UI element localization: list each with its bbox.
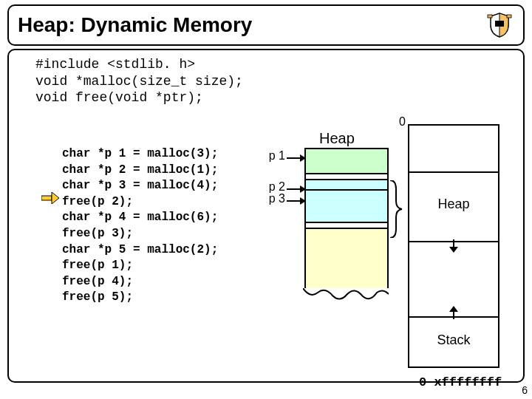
address-zero-label: 0 (399, 115, 406, 129)
ptr-p1-label: p 1 (256, 149, 285, 163)
mem-seg-stack: Stack (409, 318, 498, 368)
svg-rect-2 (507, 15, 511, 18)
memory-map-column: Heap Stack (408, 124, 499, 368)
svg-rect-3 (41, 196, 52, 200)
heap-diagram: 0 Heap p 1 p 2 p 3 (260, 124, 511, 368)
heap-gap (306, 223, 387, 229)
mem-seg-top (409, 126, 498, 173)
title-bar: Heap: Dynamic Memory (7, 4, 525, 46)
crest-icon (485, 10, 514, 40)
heap-column (304, 148, 389, 288)
mem-heap-label: Heap (409, 173, 498, 212)
heap-gap (306, 174, 387, 180)
arrow-right-icon (287, 185, 306, 193)
slide-number: 6 (522, 384, 528, 396)
heap-block-p2 (306, 180, 387, 191)
page-title: Heap: Dynamic Memory (18, 13, 252, 37)
pointer-arrow-icon (41, 192, 59, 204)
mem-seg-heap: Heap (409, 173, 498, 242)
mem-stack-label: Stack (409, 318, 498, 348)
arrow-right-icon (287, 197, 306, 205)
heap-title: Heap (319, 130, 355, 147)
code-block: char *p 1 = malloc(3); char *p 2 = mallo… (62, 146, 218, 306)
svg-rect-0 (495, 21, 504, 27)
address-max-label: 0 xffffffff (419, 375, 502, 389)
arrow-up-icon (449, 306, 458, 319)
content-frame: #include <stdlib. h> void *malloc(size_t… (7, 49, 525, 383)
heap-block-p3 (306, 191, 387, 223)
ptr-p3-label: p 3 (256, 192, 285, 205)
heap-block-p1 (306, 149, 387, 174)
includes-code: #include <stdlib. h> void *malloc(size_t… (35, 56, 243, 106)
arrow-right-icon (287, 154, 306, 162)
heap-block-free (306, 229, 387, 288)
brace-icon (389, 180, 403, 238)
svg-rect-1 (488, 15, 492, 18)
torn-edge-icon (303, 288, 389, 304)
